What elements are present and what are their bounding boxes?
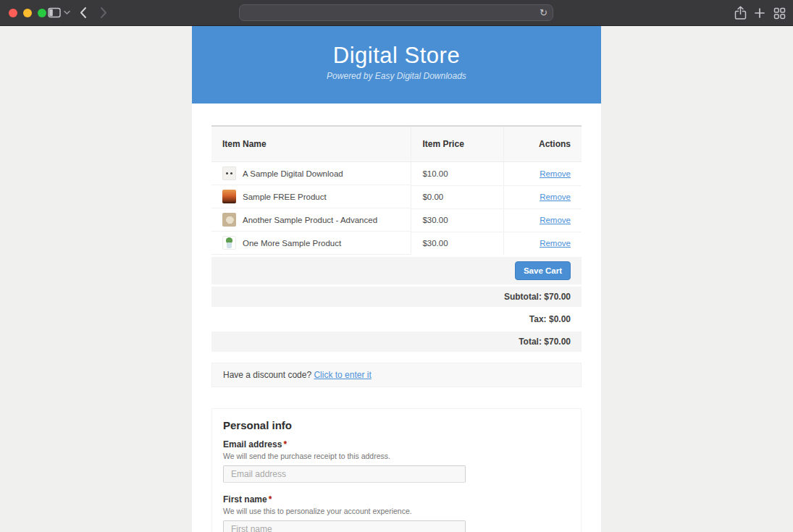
sidebar-toggle-icon[interactable] — [48, 7, 61, 19]
store-header: Digital Store Powered by Easy Digital Do… — [192, 26, 601, 104]
browser-viewport: Digital Store Powered by Easy Digital Do… — [0, 26, 793, 532]
product-thumbnail — [222, 236, 236, 250]
subtotal-value: $70.00 — [544, 292, 571, 302]
cart-header-row: Item Name Item Price Actions — [211, 126, 582, 162]
store-tagline: Powered by Easy Digital Downloads — [192, 71, 601, 81]
cart-item-row: A Sample Digital Download $10.00 Remove — [211, 162, 582, 186]
save-cart-button[interactable]: Save Cart — [515, 261, 571, 280]
required-asterisk: * — [269, 494, 272, 504]
browser-titlebar: ↻ — [0, 0, 793, 26]
email-description: We will send the purchase receipt to thi… — [223, 452, 570, 460]
product-thumbnail — [222, 166, 236, 180]
checkout-cart-table: Item Name Item Price Actions A Sample Di… — [211, 125, 582, 352]
remove-item-link[interactable]: Remove — [540, 193, 571, 201]
total-label: Total: — [519, 337, 542, 347]
product-thumbnail — [222, 190, 236, 203]
item-price: $30.00 — [411, 208, 504, 232]
zoom-window-button[interactable] — [38, 9, 46, 17]
subtotal-row: Subtotal: $70.00 — [211, 286, 582, 308]
discount-code-link[interactable]: Click to enter it — [314, 370, 371, 380]
first-name-field[interactable] — [223, 520, 466, 532]
minimize-window-button[interactable] — [23, 9, 32, 17]
email-label: Email address — [223, 439, 282, 449]
store-title: Digital Store — [192, 43, 601, 69]
email-field[interactable] — [223, 465, 466, 483]
remove-item-link[interactable]: Remove — [540, 216, 571, 224]
tax-row: Tax: $0.00 — [211, 308, 582, 331]
column-actions: Actions — [504, 126, 582, 162]
personal-info-section: Personal info Email address* We will sen… — [211, 408, 582, 532]
first-name-label: First name — [223, 494, 267, 504]
remove-item-link[interactable]: Remove — [540, 239, 571, 248]
close-window-button[interactable] — [9, 9, 17, 17]
cart-item-row: Sample FREE Product $0.00 Remove — [211, 185, 582, 208]
traffic-lights — [9, 9, 46, 17]
new-tab-icon[interactable] — [754, 6, 765, 20]
discount-prompt: Have a discount code? — [223, 370, 311, 380]
cart-item-row: One More Sample Product $30.00 Remove — [211, 232, 582, 256]
email-field-group: Email address* We will send the purchase… — [223, 439, 570, 483]
column-item-name: Item Name — [211, 126, 411, 162]
required-asterisk: * — [283, 439, 287, 449]
total-value: $70.00 — [544, 337, 571, 347]
personal-info-heading: Personal info — [223, 419, 570, 431]
save-cart-row: Save Cart — [211, 256, 582, 286]
reload-icon[interactable]: ↻ — [540, 7, 547, 19]
tax-value: $0.00 — [549, 314, 571, 324]
item-price: $0.00 — [411, 185, 504, 208]
first-name-field-group: First name* We will use this to personal… — [223, 494, 570, 532]
remove-item-link[interactable]: Remove — [540, 169, 571, 178]
product-thumbnail — [222, 213, 236, 227]
tab-overview-icon[interactable] — [773, 7, 786, 20]
discount-section: Have a discount code? Click to enter it — [211, 363, 582, 387]
address-bar[interactable]: ↻ — [239, 4, 553, 21]
back-button[interactable] — [80, 7, 87, 19]
checkout-content: Item Name Item Price Actions A Sample Di… — [192, 125, 601, 532]
item-name: Sample FREE Product — [243, 193, 327, 201]
item-name: One More Sample Product — [243, 239, 341, 248]
tax-label: Tax: — [529, 314, 547, 324]
subtotal-label: Subtotal: — [504, 292, 542, 302]
cart-item-row: Another Sample Product - Advanced $30.00… — [211, 208, 582, 232]
chevron-down-icon[interactable] — [64, 10, 70, 15]
total-row: Total: $70.00 — [211, 331, 582, 352]
column-item-price: Item Price — [411, 126, 504, 162]
item-price: $30.00 — [411, 232, 504, 256]
item-name: A Sample Digital Download — [243, 169, 343, 178]
forward-button — [100, 7, 107, 19]
item-name: Another Sample Product - Advanced — [243, 216, 377, 224]
first-name-description: We will use this to personalize your acc… — [223, 507, 570, 515]
store-page: Digital Store Powered by Easy Digital Do… — [192, 26, 601, 532]
share-icon[interactable] — [734, 6, 747, 20]
item-price: $10.00 — [411, 162, 504, 186]
